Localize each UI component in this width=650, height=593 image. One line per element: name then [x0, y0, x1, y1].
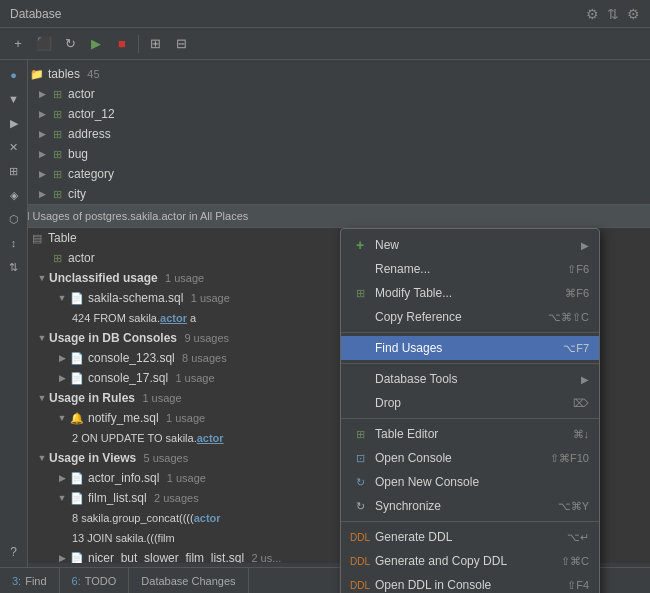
- table-label-address: address: [68, 127, 111, 141]
- toolbar: + ⬛ ↻ ▶ ■ ⊞ ⊟: [0, 28, 650, 60]
- sidebar-btn-5[interactable]: ⊞: [3, 160, 25, 182]
- tables-label: tables 45: [48, 67, 100, 81]
- menu-item-gen-ddl[interactable]: DDL Generate DDL ⌥↵: [341, 525, 599, 549]
- tab-find[interactable]: 3: Find: [0, 568, 60, 594]
- table-label-category: category: [68, 167, 114, 181]
- table-label-city: city: [68, 187, 86, 201]
- rules-arrow: [36, 392, 48, 404]
- menu-item-find-usages[interactable]: Find Usages ⌥F7: [341, 336, 599, 360]
- console-17-arrow: [56, 372, 68, 384]
- table-row-actor[interactable]: ⊞ actor: [0, 84, 650, 104]
- table-row-city[interactable]: ⊞ city: [0, 184, 650, 204]
- menu-item-drop[interactable]: Drop ⌦: [341, 391, 599, 415]
- stop-button[interactable]: ■: [110, 32, 134, 56]
- add-button[interactable]: +: [6, 32, 30, 56]
- settings-icon-1[interactable]: ⚙: [586, 6, 599, 22]
- main-panel: 📁 tables 45 ⊞ actor ⊞ actor_12 ⊞: [0, 60, 650, 567]
- gen-copy-ddl-icon: DDL: [351, 552, 369, 570]
- copy-button[interactable]: ⬛: [32, 32, 56, 56]
- find-actor-label: actor: [68, 251, 95, 265]
- find-shortcut: ⌥F7: [563, 342, 589, 355]
- sidebar-btn-bottom[interactable]: ?: [3, 541, 25, 563]
- sidebar-btn-8[interactable]: ↕: [3, 232, 25, 254]
- film-list-icon: 📄: [69, 490, 85, 506]
- table-arrow-address: [36, 128, 48, 140]
- menu-item-synchronize[interactable]: ↻ Synchronize ⌥⌘Y: [341, 494, 599, 518]
- table-label-actor12: actor_12: [68, 107, 115, 121]
- table-row-category[interactable]: ⊞ category: [0, 164, 650, 184]
- nicer-film-icon: 📄: [69, 550, 85, 563]
- find-table-label: Table: [48, 231, 77, 245]
- section-unclassified-arrow: [36, 272, 48, 284]
- sidebar-btn-4[interactable]: ✕: [3, 136, 25, 158]
- menu-item-db-tools[interactable]: Database Tools ▶: [341, 367, 599, 391]
- console-123-arrow: [56, 352, 68, 364]
- sort-icon[interactable]: ⇅: [607, 6, 619, 22]
- sidebar-btn-2[interactable]: ▼: [3, 88, 25, 110]
- table-row-bug[interactable]: ⊞ bug: [0, 144, 650, 164]
- table-icon-bug: ⊞: [49, 146, 65, 162]
- menu-item-open-ddl[interactable]: DDL Open DDL in Console ⇧F4: [341, 573, 599, 593]
- rename-icon: [351, 260, 369, 278]
- film-list-line2-text: 13 JOIN sakila.(((film: [72, 532, 175, 544]
- menu-item-table-editor[interactable]: ⊞ Table Editor ⌘↓: [341, 422, 599, 446]
- line-text: 424 FROM sakila.actor a: [72, 312, 196, 324]
- copy-ref-shortcut: ⌥⌘⇧C: [548, 311, 589, 324]
- gen-copy-ddl-shortcut: ⇧⌘C: [561, 555, 589, 568]
- new-arrow: ▶: [581, 240, 589, 251]
- find-actor-arrow: [36, 252, 48, 264]
- rules-label: Usage in Rules 1 usage: [49, 391, 182, 405]
- table-icon-actor12: ⊞: [49, 106, 65, 122]
- tab-todo[interactable]: 6: TODO: [60, 568, 130, 594]
- find-table-icon: ▤: [29, 230, 45, 246]
- table-icon-address: ⊞: [49, 126, 65, 142]
- copy-ref-label: Copy Reference: [375, 310, 540, 324]
- columns-button[interactable]: ⊟: [169, 32, 193, 56]
- rename-label: Rename...: [375, 262, 559, 276]
- actor-info-icon: 📄: [69, 470, 85, 486]
- table-editor-icon: ⊞: [351, 425, 369, 443]
- schema-arrow: [56, 292, 68, 304]
- table-arrow-category: [36, 168, 48, 180]
- notify-icon: 🔔: [69, 410, 85, 426]
- find-banner-text: Find Usages of postgres.sakila.actor in …: [8, 210, 248, 222]
- console-123-icon: 📄: [69, 350, 85, 366]
- left-sidebar: ● ▼ ▶ ✕ ⊞ ◈ ⬡ ↕ ⇅ ?: [0, 60, 28, 567]
- menu-item-gen-copy-ddl[interactable]: DDL Generate and Copy DDL ⇧⌘C: [341, 549, 599, 573]
- refresh-button[interactable]: ↻: [58, 32, 82, 56]
- actor-info-arrow: [56, 472, 68, 484]
- table-row-actor12[interactable]: ⊞ actor_12: [0, 104, 650, 124]
- sidebar-btn-7[interactable]: ⬡: [3, 208, 25, 230]
- table-row-address[interactable]: ⊞ address: [0, 124, 650, 144]
- open-console-shortcut: ⇧⌘F10: [550, 452, 589, 465]
- grid-view-button[interactable]: ⊞: [143, 32, 167, 56]
- folder-icon: 📁: [29, 66, 45, 82]
- sidebar-btn-9[interactable]: ⇅: [3, 256, 25, 278]
- todo-tab-label: TODO: [85, 575, 117, 587]
- console-123-label: console_123.sql 8 usages: [88, 351, 227, 365]
- menu-item-modify[interactable]: ⊞ Modify Table... ⌘F6: [341, 281, 599, 305]
- run-button[interactable]: ▶: [84, 32, 108, 56]
- nicer-film-label: nicer_but_slower_film_list.sql 2 us...: [88, 551, 281, 563]
- tables-root[interactable]: 📁 tables 45: [0, 64, 650, 84]
- menu-item-rename[interactable]: Rename... ⇧F6: [341, 257, 599, 281]
- sync-label: Synchronize: [375, 499, 550, 513]
- notify-arrow: [56, 412, 68, 424]
- sidebar-btn-1[interactable]: ●: [3, 64, 25, 86]
- open-new-console-icon: ↻: [351, 473, 369, 491]
- schema-sql-label: sakila-schema.sql 1 usage: [88, 291, 230, 305]
- find-icon: [351, 339, 369, 357]
- menu-item-new[interactable]: + New ▶: [341, 233, 599, 257]
- sidebar-btn-3[interactable]: ▶: [3, 112, 25, 134]
- console-17-label: console_17.sql 1 usage: [88, 371, 215, 385]
- menu-item-open-console[interactable]: ⊡ Open Console ⇧⌘F10: [341, 446, 599, 470]
- menu-item-open-new-console[interactable]: ↻ Open New Console: [341, 470, 599, 494]
- open-ddl-label: Open DDL in Console: [375, 578, 559, 592]
- settings-icon-2[interactable]: ⚙: [627, 6, 640, 22]
- tab-db-changes[interactable]: Database Changes: [129, 568, 248, 594]
- sidebar-btn-6[interactable]: ◈: [3, 184, 25, 206]
- gen-ddl-shortcut: ⌥↵: [567, 531, 589, 544]
- table-arrow-bug: [36, 148, 48, 160]
- menu-item-copy-ref[interactable]: Copy Reference ⌥⌘⇧C: [341, 305, 599, 329]
- db-consoles-label: Usage in DB Consoles 9 usages: [49, 331, 229, 345]
